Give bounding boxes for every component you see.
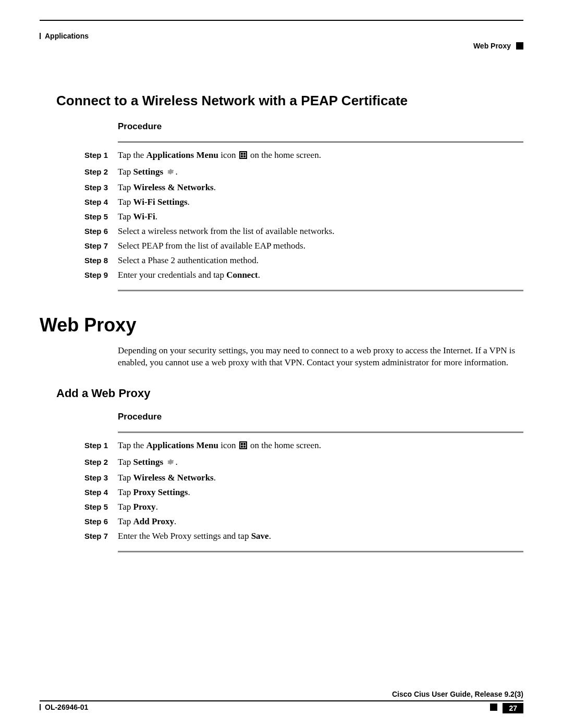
step-label: Step 9 [84,270,118,279]
procedure-steps-1: Step 1Tap the Applications Menu icon on … [84,147,523,282]
bold-term: Connect [226,270,258,280]
step-label: Step 1 [84,441,118,450]
bold-term: Applications Menu [146,440,218,450]
header-chapter-text: Applications [45,32,89,40]
step-body: Tap Wireless & Networks. [118,473,216,483]
step-label: Step 2 [84,167,118,176]
footer-page-number: 27 [503,703,523,713]
step-body: Enter your credentials and tap Connect. [118,270,260,280]
step-label: Step 4 [84,488,118,497]
apps-menu-icon [239,441,247,449]
procedure-end-rule-2 [118,551,523,552]
procedure-start-rule-2 [118,431,523,433]
page-footer: Cisco Cius User Guide, Release 9.2(3) OL… [40,690,523,713]
step-row: Step 2Tap Settings . [84,454,523,471]
header-square-icon [516,42,523,50]
step-row: Step 3Tap Wireless & Networks. [84,471,523,485]
header-rule [40,20,523,21]
step-label: Step 7 [84,241,118,250]
step-label: Step 5 [84,212,118,221]
step-label: Step 2 [84,458,118,466]
bold-term: Wireless & Networks [133,473,214,483]
step-row: Step 5Tap Proxy. [84,500,523,514]
step-body: Tap Settings . [118,167,178,177]
step-row: Step 1Tap the Applications Menu icon on … [84,147,523,164]
step-label: Step 4 [84,198,118,206]
bold-term: Proxy Settings [133,487,188,497]
step-row: Step 6Select a wireless network from the… [84,224,523,239]
step-row: Step 8Select a Phase 2 authentication me… [84,253,523,268]
heading-peap: Connect to a Wireless Network with a PEA… [56,93,523,109]
bold-term: Wireless & Networks [133,182,214,192]
apps-menu-icon [239,151,247,159]
footer-page-number-box: 27 [490,703,523,713]
heading-web-proxy: Web Proxy [40,314,523,336]
step-label: Step 7 [84,532,118,540]
bold-term: Settings [133,457,164,467]
step-label: Step 1 [84,151,118,159]
step-body: Tap the Applications Menu icon on the ho… [118,440,321,451]
header-section-text: Web Proxy [473,42,511,50]
step-label: Step 5 [84,502,118,511]
step-body: Select a wireless network from the list … [118,226,334,237]
step-label: Step 6 [84,227,118,236]
step-body: Tap Proxy Settings. [118,487,190,498]
procedure-start-rule-1 [118,141,523,143]
step-row: Step 9Enter your credentials and tap Con… [84,268,523,282]
footer-rule [40,700,523,701]
step-label: Step 3 [84,183,118,192]
bold-term: Wi-Fi Settings [133,197,188,207]
step-row: Step 1Tap the Applications Menu icon on … [84,437,523,454]
footer-doc-id-text: OL-26946-01 [45,703,88,711]
step-row: Step 4Tap Wi-Fi Settings. [84,195,523,209]
step-body: Tap the Applications Menu icon on the ho… [118,150,321,161]
step-body: Tap Proxy. [118,502,158,512]
header-tick-mark [40,33,41,39]
step-body: Tap Add Proxy. [118,516,176,527]
step-body: Tap Wireless & Networks. [118,182,216,193]
header-chapter: Applications [40,32,89,40]
step-row: Step 3Tap Wireless & Networks. [84,180,523,195]
step-row: Step 4Tap Proxy Settings. [84,485,523,500]
gear-icon [166,168,174,176]
procedure-label-2: Procedure [118,412,523,422]
footer-tick-mark [40,704,41,710]
step-label: Step 8 [84,256,118,265]
step-label: Step 6 [84,517,118,526]
web-proxy-body: Depending on your security settings, you… [118,345,523,369]
bold-term: Proxy [133,502,156,512]
step-row: Step 5Tap Wi-Fi. [84,209,523,224]
footer-square-icon [490,704,497,711]
bold-term: Save [251,531,269,541]
step-body: Select PEAP from the list of available E… [118,241,305,251]
step-body: Select a Phase 2 authentication method. [118,255,259,266]
step-body: Enter the Web Proxy settings and tap Sav… [118,531,271,541]
footer-guide-title: Cisco Cius User Guide, Release 9.2(3) [40,690,523,698]
bold-term: Wi-Fi [133,212,155,221]
procedure-steps-2: Step 1Tap the Applications Menu icon on … [84,437,523,544]
procedure-label-1: Procedure [118,121,523,132]
bold-term: Applications Menu [146,150,218,160]
step-row: Step 6Tap Add Proxy. [84,514,523,529]
step-body: Tap Settings . [118,457,178,467]
step-body: Tap Wi-Fi. [118,212,157,222]
heading-add-web-proxy: Add a Web Proxy [56,387,523,400]
gear-icon [166,458,174,466]
step-row: Step 2Tap Settings . [84,164,523,180]
page-header: Applications Web Proxy [40,20,523,51]
bold-term: Add Proxy [133,516,175,526]
header-section: Web Proxy [473,42,523,50]
footer-doc-id: OL-26946-01 [40,703,88,711]
step-row: Step 7Enter the Web Proxy settings and t… [84,529,523,544]
bold-term: Settings [133,167,164,177]
step-body: Tap Wi-Fi Settings. [118,197,190,207]
procedure-end-rule-1 [118,290,523,291]
step-label: Step 3 [84,473,118,482]
step-row: Step 7Select PEAP from the list of avail… [84,239,523,253]
